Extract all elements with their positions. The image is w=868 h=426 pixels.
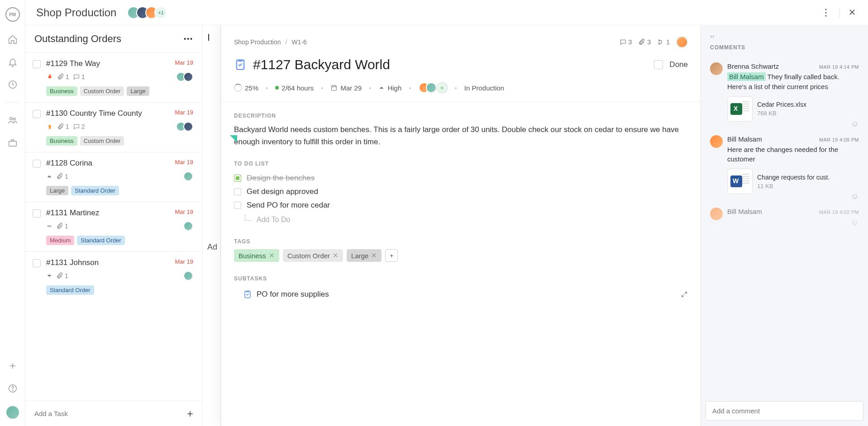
breadcrumb-location[interactable]: W1-6 [291,38,306,46]
assignees[interactable]: + [419,82,448,93]
help-icon[interactable] [8,383,18,393]
app-logo[interactable]: PM [5,7,20,22]
rail-divider [6,102,19,103]
collapse-comments-icon[interactable]: ›› [710,33,859,40]
comment-author[interactable]: Brenna Schwartz [727,62,779,70]
comment-avatar[interactable] [710,62,723,75]
assignee-avatar [183,72,193,82]
task-card[interactable]: #1129 The Way Mar 19 1 1 BusinessCustom … [25,52,202,102]
remove-tag-icon[interactable]: ✕ [333,251,339,260]
close-icon[interactable] [848,8,857,17]
tag-chip-label: Custom Order [287,252,330,260]
card-checkbox[interactable] [33,110,41,118]
react-icon[interactable]: ☺ [851,119,859,129]
progress-ring-icon [234,84,242,92]
remove-tag-icon[interactable]: ✕ [371,251,377,260]
task-title[interactable]: #1127 Backyard World [253,57,648,72]
card-checkbox[interactable] [33,60,41,68]
add-todo-input[interactable]: Add To Do [234,216,688,224]
workload-hours[interactable]: 2/64 hours [281,84,314,92]
subtasks-count[interactable]: 1 [657,38,670,46]
comment-time: MAR 19 4:02 PM [819,209,859,215]
description-text[interactable]: Backyard World needs custom benches. Thi… [234,123,688,148]
card-title: #1131 Johnson [46,258,175,267]
card-checkbox[interactable] [33,209,41,218]
todo-checkbox[interactable] [234,202,241,209]
breadcrumb-project[interactable]: Shop Production [234,38,281,46]
todo-item[interactable]: Get design approved [234,185,688,199]
card-attach-count: 1 [56,222,68,230]
svg-rect-3 [9,141,16,146]
briefcase-icon[interactable] [8,138,18,148]
todo-item[interactable]: Design the benches [234,171,688,185]
comment-author[interactable]: Bill Malsam [727,208,762,215]
react-icon[interactable]: ☺ [851,192,859,201]
add-assignee-button[interactable]: + [437,82,448,93]
subtask-item[interactable]: PO for more supplies [243,286,688,303]
comment-author[interactable]: Bill Malsam [727,135,762,143]
due-date[interactable]: Mar 29 [330,84,362,92]
comment-avatar[interactable] [710,208,723,220]
file-type-icon [727,96,753,122]
add-task-button[interactable]: + [187,407,193,420]
todo-checkbox[interactable] [234,188,241,195]
card-checkbox[interactable] [33,160,41,168]
mention[interactable]: Bill Malsam [727,72,766,81]
member-avatar-more[interactable]: +1 [154,6,167,19]
bell-icon[interactable] [8,57,18,67]
task-creator-avatar[interactable] [676,36,688,48]
assignee-avatar [183,271,193,281]
status-label[interactable]: In Production [464,84,504,92]
more-menu-icon[interactable] [820,7,831,18]
tag-chip-label: Business [238,252,266,260]
priority-high-icon [378,85,385,91]
card-date: Mar 19 [175,109,193,116]
column-title: Outstanding Orders [34,33,121,45]
file-type-icon [727,169,753,194]
comment-avatar[interactable] [710,135,723,148]
comment-text: Bill Malsam They finally called back. He… [727,72,859,92]
task-card[interactable]: #1131 Johnson Mar 19 1 Standard Order [25,251,202,301]
project-members[interactable]: +1 [127,6,167,19]
progress-percent[interactable]: 25% [245,84,258,92]
add-icon[interactable] [8,361,18,371]
clock-icon[interactable] [8,80,18,90]
column-more-icon[interactable]: ••• [184,35,193,43]
comment-input[interactable] [706,401,863,421]
todo-text: Get design approved [247,187,318,196]
attachment-name: Cedar Prices.xlsx [757,101,806,108]
task-card[interactable]: #1128 Corina Mar 19 1 LargeStandard Orde… [25,152,202,202]
card-checkbox[interactable] [33,259,41,267]
tag-chip[interactable]: Custom Order✕ [283,249,343,262]
expand-subtask-icon[interactable] [681,291,688,298]
breadcrumb-separator: / [286,38,287,46]
card-title: #1130 Country Time County [46,109,175,118]
comments-count[interactable]: 3 [620,38,632,46]
attachments-count[interactable]: 3 [638,38,651,46]
remove-tag-icon[interactable]: ✕ [269,251,275,260]
attachment[interactable]: Cedar Prices.xlsx 768 KB [727,96,859,122]
task-card[interactable]: #1130 Country Time County Mar 19 1 2 Bus… [25,102,202,152]
react-icon[interactable]: ☺ [851,218,859,227]
add-tag-button[interactable]: + [385,249,398,262]
user-avatar[interactable] [6,406,19,419]
todo-checkbox[interactable] [234,175,241,182]
people-icon[interactable] [8,115,18,125]
tags-label: TAGS [234,238,688,245]
home-icon[interactable] [8,34,18,44]
comment-time: MAR 19 4:09 PM [819,137,859,142]
tag-chip[interactable]: Large✕ [347,249,382,262]
attachment[interactable]: Change requests for cust. 11 KB [727,169,859,194]
assignee-avatar [183,171,193,181]
card-tag: Large [46,186,68,195]
tag-chip[interactable]: Business✕ [234,249,279,262]
priority[interactable]: High [378,84,401,92]
todo-item[interactable]: Send PO for more cedar [234,199,688,212]
comments-count-value: 3 [629,38,632,46]
done-checkbox[interactable] [654,60,663,69]
project-title: Shop Production [36,6,116,19]
add-task-input[interactable] [34,410,187,417]
todo-label: TO DO LIST [234,161,688,167]
task-card[interactable]: #1131 Martinez Mar 19 1 MediumStandard O… [25,202,202,251]
subtasks-count-value: 1 [666,38,670,46]
